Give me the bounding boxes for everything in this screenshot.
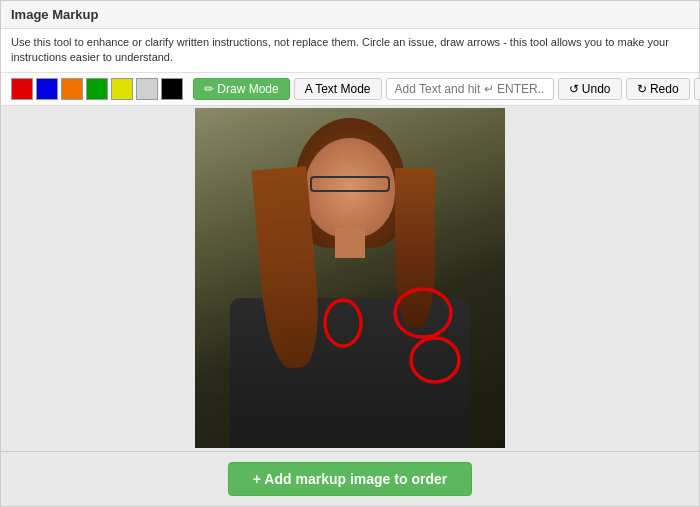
image-container[interactable] xyxy=(195,108,505,448)
redo-button[interactable]: ↻ Redo xyxy=(626,78,690,100)
window-title: Image Markup xyxy=(11,7,98,22)
glasses xyxy=(310,176,390,192)
title-bar: Image Markup xyxy=(1,1,699,29)
footer: + Add markup image to order xyxy=(1,451,699,506)
toolbar: ✏ Draw Mode A Text Mode ↺ Undo ↻ Redo ⟳ … xyxy=(1,73,699,106)
draw-mode-button[interactable]: ✏ Draw Mode xyxy=(193,78,290,100)
color-palette xyxy=(11,78,183,100)
instruction-bar: Use this tool to enhance or clarify writ… xyxy=(1,29,699,73)
color-orange[interactable] xyxy=(61,78,83,100)
canvas-area[interactable] xyxy=(1,106,699,451)
portrait-image xyxy=(195,108,505,448)
add-markup-button[interactable]: + Add markup image to order xyxy=(228,462,472,496)
hair-right xyxy=(395,168,435,328)
reset-button[interactable]: ⟳ Reset xyxy=(694,78,700,100)
undo-button[interactable]: ↺ Undo xyxy=(558,78,622,100)
color-yellow[interactable] xyxy=(111,78,133,100)
toolbar-actions: ↺ Undo ↻ Redo ⟳ Reset xyxy=(558,78,700,100)
main-window: Image Markup Use this tool to enhance or… xyxy=(0,0,700,507)
neck xyxy=(335,228,365,258)
color-blue[interactable] xyxy=(36,78,58,100)
color-light-gray[interactable] xyxy=(136,78,158,100)
text-input[interactable] xyxy=(386,78,554,100)
color-red[interactable] xyxy=(11,78,33,100)
color-green[interactable] xyxy=(86,78,108,100)
text-mode-button[interactable]: A Text Mode xyxy=(294,78,382,100)
color-black[interactable] xyxy=(161,78,183,100)
instruction-text: Use this tool to enhance or clarify writ… xyxy=(11,36,669,63)
